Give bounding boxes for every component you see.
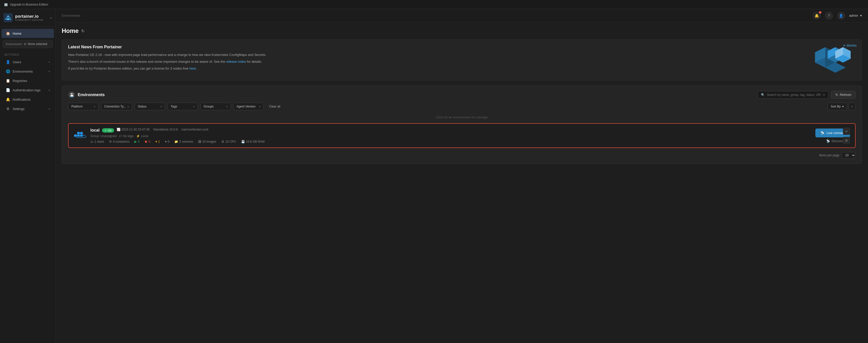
stat-containers: ⚙ 4 containers [109, 140, 129, 144]
connection-type-filter[interactable]: Connection Ty... ▾ [101, 103, 132, 110]
search-icon: 🔍 [761, 93, 765, 97]
status-filter-label: Status [138, 105, 159, 108]
sidebar-item-home[interactable]: 🏠 Home [2, 29, 54, 38]
stat-volumes: 📁 2 volumes [174, 140, 193, 144]
user-avatar-btn[interactable]: 👤 [837, 12, 845, 20]
env-settings-btn[interactable]: ⚙ [843, 137, 850, 144]
sort-toggle-btn[interactable]: ↕ [848, 103, 856, 110]
user-menu-arrow: ▾ [860, 14, 862, 18]
images-value: 10 images [202, 140, 216, 144]
search-clear-btn[interactable]: ✕ [823, 93, 825, 97]
page-title: Home [62, 27, 79, 34]
env-card-actions: ✏ ⚙ [843, 128, 850, 144]
news-text-3: If you'd like to try Portainer Business … [68, 66, 800, 71]
status-filter[interactable]: Status ▾ [135, 103, 165, 110]
local-icon: ⚡ [136, 134, 140, 138]
sidebar-item-notifications[interactable]: 🔔 Notifications [2, 95, 54, 104]
groups-filter-arrow: ▾ [226, 105, 227, 108]
here-link[interactable]: here [189, 66, 196, 70]
env-label: Environment: [6, 42, 22, 45]
stat-healthy: ♥ 1 [155, 140, 160, 144]
unhealthy-value: 0 [168, 140, 169, 144]
stopped-value: 0 [149, 140, 150, 144]
volumes-value: 2 volumes [179, 140, 193, 144]
agent-version-filter[interactable]: Agent Version ▾ [233, 103, 264, 110]
upgrade-bar[interactable]: 🏢 Upgrade to Business Edition [0, 0, 868, 9]
dismiss-x-icon: ✕ [843, 44, 845, 47]
environments-section: 💾 Environments 🔍 ✕ ↻ Refresh [62, 86, 862, 164]
notifications-btn[interactable]: 🔔 1 [813, 12, 821, 20]
sidebar-collapse-btn[interactable]: « [50, 16, 52, 20]
svg-rect-17 [80, 134, 83, 136]
env-local: ⚡ Local [136, 134, 148, 138]
refresh-label: Refresh [840, 93, 851, 97]
agent-version-arrow: ▾ [259, 105, 260, 108]
environment-selector[interactable]: Environment: ⊙ None selected [3, 40, 53, 48]
refresh-button[interactable]: ↻ Refresh [831, 91, 856, 99]
tags-filter[interactable]: Tags ▾ [167, 103, 198, 110]
news-dismiss-btn[interactable]: ✕ dismiss [843, 44, 857, 47]
sort-by-btn[interactable]: Sort By ▾ [828, 103, 847, 110]
home-icon: 🏠 [6, 31, 10, 35]
sidebar-item-auth-logs[interactable]: 📄 Authentication logs ▾ [2, 86, 54, 95]
cpu-icon: 🖥 [221, 140, 224, 144]
groups-filter-label: Groups [204, 105, 225, 108]
items-per-page-select[interactable]: 10 25 50 [841, 152, 856, 159]
containers-value: 4 containers [113, 140, 129, 144]
settings-section-label: Settings [0, 50, 55, 57]
groups-filter[interactable]: Groups ▾ [200, 103, 231, 110]
status-check-icon: ✓ [104, 129, 107, 132]
live-connect-label: Live connect [827, 131, 845, 135]
connection-type-label: Connection Ty... [104, 105, 126, 108]
auth-logs-icon: 📄 [6, 88, 10, 92]
news-cubes-graphic [810, 45, 856, 75]
healthy-icon: ♥ [155, 140, 157, 144]
breadcrumb: Environments [62, 14, 80, 18]
env-group: Group: Unassigned [90, 134, 116, 138]
news-card: Latest News From Portainer New Portainer… [62, 39, 862, 81]
clear-all-btn[interactable]: Clear all [266, 103, 283, 110]
ram-value: 16.8 GB RAM [246, 140, 265, 144]
search-input[interactable] [767, 93, 821, 97]
sidebar-nav: 🏠 Home Environment: ⊙ None selected Sett… [0, 27, 55, 116]
release-notes-link[interactable]: release notes [226, 60, 246, 63]
sidebar-item-users[interactable]: 👤 Users ▾ [2, 57, 54, 66]
sidebar-logo: portainer.io Community Edition « [0, 9, 55, 27]
env-icon: ⊙ [24, 42, 26, 46]
agent-version-label: Agent Version [237, 105, 258, 108]
help-btn[interactable]: ? [825, 12, 833, 20]
sidebar: portainer.io Community Edition « 🏠 Home … [0, 9, 56, 343]
user-name: admin [849, 14, 858, 18]
sidebar-item-environments[interactable]: 🌐 Environments ▾ [2, 67, 54, 76]
tags-filter-label: Tags [171, 105, 192, 108]
items-per-page-label: Items per page [819, 154, 839, 157]
news-title: Latest News From Portainer [68, 45, 800, 49]
platform-filter[interactable]: Platform ▾ [68, 103, 98, 110]
env-info: local ✓ Up 📈 2023-11-30 15:47:39 Sta [90, 128, 811, 144]
sidebar-item-settings[interactable]: ⚙ Settings ▾ [2, 104, 54, 113]
page-refresh-btn[interactable]: ↻ [81, 29, 85, 33]
sidebar-item-registries[interactable]: 📋 Registries [2, 76, 54, 85]
env-meta: 📈 2023-11-30 15:47:39 Standalone 24.0.6 … [117, 128, 209, 131]
cpu-value: 10 CPU [225, 140, 236, 144]
stacks-icon: 🗂 [90, 140, 93, 144]
env-title-row: local ✓ Up 📈 2023-11-30 15:47:39 Sta [90, 128, 811, 133]
dismiss-label: dismiss [846, 44, 857, 47]
notifications-label: Notifications [13, 98, 50, 101]
users-label: Users [13, 60, 46, 64]
env-name: local [90, 128, 99, 132]
healthy-value: 1 [158, 140, 160, 144]
header-actions: 🔔 1 ? 👤 admin ▾ [813, 12, 862, 20]
environment-card-local[interactable]: local ✓ Up 📈 2023-11-30 15:47:39 Sta [68, 123, 856, 148]
auth-logs-label: Authentication logs [13, 88, 46, 92]
upgrade-icon: 🏢 [4, 3, 8, 6]
user-menu[interactable]: admin ▾ [849, 14, 862, 18]
platform-filter-arrow: ▾ [94, 105, 95, 108]
env-tags-row: Group: Unassigned 🏷 No tags ⚡ Local [90, 134, 811, 138]
timestamp-value: 2023-11-30 15:47:39 [121, 128, 150, 131]
home-label: Home [13, 32, 50, 35]
edit-env-btn[interactable]: ✏ [843, 128, 850, 135]
registries-label: Registries [13, 79, 50, 83]
ram-icon: 💾 [241, 140, 245, 144]
settings-arrow: ▾ [49, 107, 50, 110]
